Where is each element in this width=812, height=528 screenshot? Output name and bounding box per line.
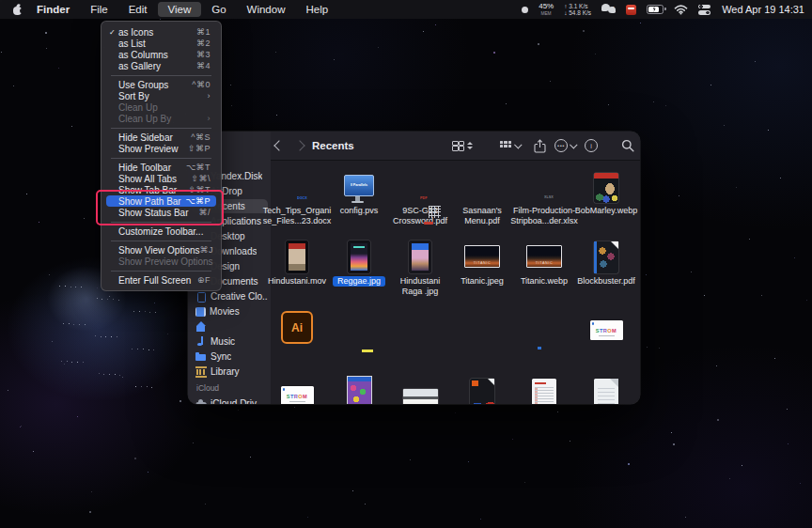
menu-item-hide-toolbar[interactable]: Hide Toolbar⌥⌘T — [106, 162, 216, 173]
file-strom-card[interactable]: STROM — [265, 378, 329, 404]
doc-blue-icon — [195, 291, 207, 303]
sort-arrows-icon — [467, 142, 473, 149]
file-sashaan-s-menu-pdf[interactable]: Sashaan'sMenu.pdf — [450, 169, 514, 226]
folder-icon — [195, 351, 207, 363]
file-grid: DOCXTech_Tips_Organise_Files...23.docx‖ … — [271, 161, 640, 404]
file-plain-page[interactable] — [574, 378, 638, 404]
file-doc-highlight[interactable] — [327, 308, 391, 344]
reggae-poster-thumbnail-icon — [348, 241, 370, 273]
file-tech-tips-organi-se-files-23-docx[interactable]: DOCXTech_Tips_Organise_Files...23.docx — [265, 169, 329, 226]
menu-item-show-preview[interactable]: Show Preview⇧⌘P — [106, 143, 216, 154]
menu-item-show-preview-options[interactable]: Show Preview Options — [106, 256, 216, 267]
parallels-thumbnail-icon: ‖ Parallels — [344, 175, 374, 196]
sidebar-item-icloud-driv[interactable]: iCloud Driv... — [192, 396, 268, 404]
menu-item-show-status-bar[interactable]: Show Status Bar⌘/ — [106, 207, 216, 218]
network-speed-status[interactable]: ↑ 3.1 K/s ↓ 54.8 K/s — [564, 3, 591, 17]
menu-item-show-all-tabs[interactable]: Show All Tabs⇧⌘\ — [106, 173, 216, 184]
sidebar-item-home[interactable] — [192, 319, 268, 334]
group-by-button[interactable] — [500, 132, 522, 160]
menu-item-show-tab-bar[interactable]: Show Tab Bar⇧⌘T — [106, 184, 216, 195]
red-app-icon[interactable] — [626, 5, 636, 15]
info-button[interactable]: i — [585, 132, 598, 160]
menu-item-show-view-options[interactable]: Show View Options⌘J — [106, 244, 216, 256]
forward-button[interactable] — [296, 132, 304, 160]
menubar-clock[interactable]: Wed Apr 19 14:31 — [722, 4, 804, 15]
menu-item-as-columns[interactable]: as Columns⌘3 — [106, 49, 216, 60]
menubar-item-help[interactable]: Help — [295, 2, 338, 17]
wifi-icon[interactable] — [674, 4, 688, 15]
file-doc-text[interactable] — [388, 308, 452, 344]
menubar-item-edit[interactable]: Edit — [118, 2, 158, 17]
memory-status[interactable]: 45% MEM — [539, 3, 554, 16]
sidebar-item-creative-clo[interactable]: Creative Clo... — [192, 289, 268, 303]
menubar-left-items: FinderFileEditViewGoWindowHelp — [26, 2, 338, 17]
file-doc-text[interactable] — [450, 308, 514, 344]
apple-menu[interactable] — [13, 5, 23, 15]
sidebar-section-icloud: iCloud — [196, 383, 219, 393]
menu-item-clean-up-by[interactable]: Clean Up By› — [106, 113, 216, 124]
menubar-item-go[interactable]: Go — [201, 2, 236, 17]
menu-item-hide-sidebar[interactable]: Hide Sidebar^⌘S — [106, 132, 216, 143]
menu-item-customize-toolbar[interactable]: Customize Toolbar... — [106, 225, 216, 237]
apple-icon — [13, 7, 22, 15]
menubar-item-view[interactable]: View — [158, 2, 202, 17]
file-hindustani-raga-jpg[interactable]: HindustaniRaga .jpg — [388, 238, 452, 297]
menubar-item-finder[interactable]: Finder — [26, 2, 80, 17]
view-mode-button[interactable] — [452, 132, 473, 160]
menubar-item-file[interactable]: File — [80, 2, 118, 17]
bank-icon — [195, 366, 207, 378]
file-red-doc[interactable] — [512, 378, 576, 404]
finder-window: Yandex.DiskAirDropRecentsApplicationsDes… — [188, 132, 640, 404]
menu-item-use-groups[interactable]: Use Groups^⌘0 — [106, 79, 216, 90]
file-config-pvs[interactable]: ‖ Parallelsconfig.pvs — [327, 169, 391, 216]
menubar: FinderFileEditViewGoWindowHelp 45% MEM ↑… — [0, 0, 812, 19]
menu-item-as-icons[interactable]: ✓as Icons⌘1 — [106, 26, 216, 38]
menubar-status: 45% MEM ↑ 3.1 K/s ↓ 54.8 K/s 1 Wed Apr 1… — [522, 3, 812, 17]
sidebar-item-movies[interactable]: Movies — [192, 304, 268, 318]
menu-separator — [111, 271, 211, 272]
share-button[interactable] — [534, 132, 546, 160]
battery-icon[interactable] — [647, 5, 664, 14]
chevron-down-icon — [570, 141, 577, 148]
file-titanic-jpeg[interactable]: TITANICTitanic.jpeg — [450, 238, 514, 287]
file-poster-colorful[interactable] — [327, 378, 391, 404]
file-titanic-webp[interactable]: TITANICTitanic.webp — [512, 238, 576, 287]
submenu-arrow-icon: › — [208, 114, 211, 123]
file-house-photo[interactable] — [388, 378, 452, 404]
search-button[interactable] — [621, 132, 634, 160]
menu-item-show-path-bar[interactable]: Show Path Bar⌥⌘P — [106, 195, 216, 207]
ellipsis-circle-icon: ••• — [554, 139, 568, 152]
file-9sc-g12-crossword-pdf[interactable]: PDF9SC-G12Crossword.pdf — [388, 169, 452, 226]
file-hindustani-mov[interactable]: Hindustani.mov — [265, 238, 329, 287]
info-icon: i — [585, 139, 598, 152]
sidebar-item-music[interactable]: Music — [192, 334, 268, 349]
file-strom-card[interactable]: STROM — [574, 308, 638, 344]
sidebar-item-library[interactable]: Library — [192, 365, 268, 379]
menu-item-enter-full-screen[interactable]: Enter Full Screen⊕F — [106, 274, 216, 286]
file-dark-cover[interactable] — [450, 378, 514, 404]
share-icon — [534, 139, 546, 153]
file-blockbuster-pdf[interactable]: Blockbuster.pdf — [574, 238, 638, 287]
file-doc-form[interactable] — [512, 308, 576, 344]
recording-dot-icon[interactable] — [522, 7, 528, 13]
raga-poster-thumbnail-icon — [409, 241, 431, 273]
file-bobmarley-webp[interactable]: BobMarley.webp — [574, 169, 638, 216]
file-ai-file[interactable]: Ai — [265, 308, 329, 344]
file-film-production-stripboa-der-xlsx[interactable]: XLSXFilm-Production-Stripboa...der.xlsx — [512, 169, 576, 226]
file-reggae-jpg[interactable]: Reggae.jpg — [327, 238, 391, 287]
menu-item-clean-up[interactable]: Clean Up — [106, 101, 216, 113]
back-button[interactable] — [275, 132, 283, 160]
view-menu: ✓as Icons⌘1as List⌘2as Columns⌘3as Galle… — [101, 21, 222, 291]
menu-item-sort-by[interactable]: Sort By› — [106, 90, 216, 101]
menu-item-as-gallery[interactable]: as Gallery⌘4 — [106, 60, 216, 71]
cloud-icon — [195, 398, 207, 405]
finder-toolbar: Recents — [271, 132, 640, 161]
more-options-button[interactable]: ••• — [554, 132, 577, 160]
ai-file-thumbnail-icon: Ai — [281, 311, 313, 344]
wechat-menu-item[interactable]: 1 — [601, 4, 616, 15]
sidebar-item-sync[interactable]: Sync — [192, 349, 268, 364]
menu-item-as-list[interactable]: as List⌘2 — [106, 38, 216, 49]
charging-bolt-icon — [652, 6, 656, 12]
control-center-icon[interactable] — [698, 5, 711, 15]
menubar-item-window[interactable]: Window — [237, 2, 296, 17]
